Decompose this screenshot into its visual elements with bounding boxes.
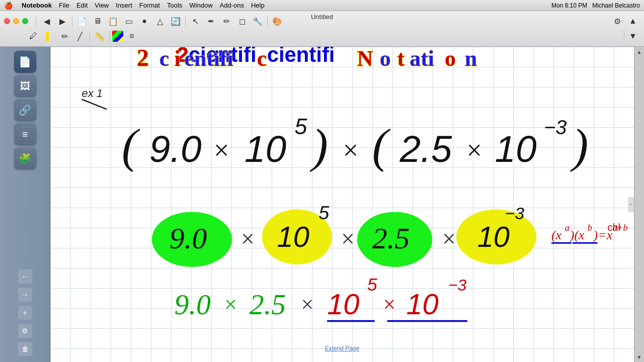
traffic-lights: [4, 18, 28, 24]
sidebar-btn-pages[interactable]: 📄: [14, 51, 36, 73]
pencil-tool[interactable]: ✏: [219, 14, 233, 28]
back-button[interactable]: ◀: [40, 14, 54, 28]
svg-text:(: (: [372, 120, 391, 172]
menubar-tools[interactable]: Tools: [167, 2, 182, 9]
copy-button[interactable]: 📋: [106, 14, 120, 28]
menubar-clock: Mon 8:10 PM: [551, 2, 587, 9]
svg-text:5: 5: [294, 114, 307, 139]
svg-text:): ): [309, 120, 328, 172]
sidebar-settings-btn[interactable]: ⚙: [18, 324, 32, 338]
sidebar-delete-btn[interactable]: 🗑: [18, 342, 32, 356]
menubar-right: Mon 8:10 PM Michael Belcastro: [551, 0, 640, 11]
shape-button[interactable]: △: [153, 14, 167, 28]
marker-tool[interactable]: ✏: [57, 29, 71, 43]
scroll-up[interactable]: ▲: [626, 14, 640, 28]
svg-text:×: ×: [212, 135, 230, 165]
menubar-edit[interactable]: Edit: [76, 2, 88, 9]
apple-icon[interactable]: 🍎: [4, 2, 13, 10]
svg-text:i: i: [175, 47, 181, 70]
scroll-down-arrow[interactable]: ▼: [634, 352, 645, 362]
svg-text:cientifi: cientifi: [267, 47, 335, 66]
forward-button[interactable]: ▶: [55, 14, 69, 28]
svg-text:×: ×: [301, 292, 313, 316]
lines-tool[interactable]: ≡: [125, 29, 139, 43]
line-tool[interactable]: ╱: [73, 29, 87, 43]
minimize-button[interactable]: [13, 18, 19, 24]
svg-text:10: 10: [495, 128, 537, 170]
svg-text:o: o: [380, 47, 391, 70]
menubar-help[interactable]: Help: [251, 2, 265, 9]
svg-text:c: c: [159, 47, 169, 70]
sidebar-forward-btn[interactable]: →: [18, 288, 32, 302]
svg-text:10: 10: [406, 288, 438, 320]
close-button[interactable]: [4, 18, 10, 24]
sidebar-btn-links[interactable]: 🔗: [14, 99, 36, 121]
svg-text:ex 1: ex 1: [82, 87, 102, 100]
svg-text:2: 2: [137, 47, 149, 71]
svg-text:×: ×: [465, 135, 484, 165]
view-button[interactable]: 🖥: [91, 14, 105, 28]
pan-tool[interactable]: 🔧: [251, 14, 265, 28]
sidebar-btn-images[interactable]: 🖼: [14, 75, 36, 97]
svg-text:9.0: 9.0: [175, 289, 211, 320]
svg-text:t: t: [397, 47, 405, 70]
pen-tool[interactable]: ✒: [204, 14, 218, 28]
svg-text:×: ×: [341, 225, 355, 252]
rectangle-button[interactable]: ▭: [122, 14, 136, 28]
sidebar-bottom: ← → + ⚙ 🗑: [18, 269, 32, 362]
extend-page-link[interactable]: Extend Page: [325, 345, 360, 352]
svg-text:ati: ati: [410, 47, 434, 70]
svg-text:−3: −3: [448, 276, 467, 294]
svg-text:(x: (x: [551, 228, 562, 242]
circle-button[interactable]: ●: [137, 14, 151, 28]
menubar-user: Michael Belcastro: [592, 2, 640, 9]
eraser-tool[interactable]: ◻: [235, 14, 249, 28]
window-title: Untitled: [311, 13, 333, 21]
svg-text:×: ×: [224, 292, 237, 316]
cursor-tool[interactable]: ↖: [188, 14, 202, 28]
svg-text:×: ×: [383, 292, 396, 316]
svg-text:2.5: 2.5: [250, 289, 286, 320]
svg-text:2.5: 2.5: [399, 128, 452, 170]
new-page-button[interactable]: 📄: [75, 14, 89, 28]
menubar-format[interactable]: Format: [139, 2, 160, 9]
svg-text:10: 10: [245, 128, 286, 170]
menubar-app[interactable]: Notebook: [22, 2, 52, 9]
menubar-insert[interactable]: Insert: [116, 2, 132, 9]
svg-text:9.0: 9.0: [170, 222, 207, 255]
settings-button[interactable]: ⚙: [610, 14, 624, 28]
pen-tool-2[interactable]: 🖊: [26, 29, 40, 43]
svg-text:)(x: )(x: [569, 228, 585, 242]
ruler-tool[interactable]: 📏: [93, 29, 107, 43]
menubar-file[interactable]: File: [59, 2, 69, 9]
svg-text:×: ×: [341, 135, 360, 165]
menubar: 🍎 Notebook File Edit View Insert Format …: [0, 0, 644, 11]
sidebar-add-btn[interactable]: +: [18, 306, 32, 320]
svg-text:(: (: [122, 120, 140, 172]
svg-text:a: a: [565, 223, 570, 233]
color-picker[interactable]: 🎨: [270, 14, 284, 28]
svg-text:10: 10: [477, 221, 510, 253]
svg-text:×: ×: [442, 225, 456, 252]
sidebar-btn-plugins[interactable]: 🧩: [14, 147, 36, 169]
svg-text:−3: −3: [505, 204, 524, 223]
scroll-up-arrow[interactable]: ▲: [634, 47, 645, 57]
highlight-tool[interactable]: ▌: [42, 29, 56, 43]
sidebar-back-btn[interactable]: ←: [18, 269, 32, 284]
svg-text:10: 10: [327, 288, 359, 320]
menubar-addons[interactable]: Add-ons: [220, 2, 244, 9]
menubar-view[interactable]: View: [95, 2, 109, 9]
svg-text:): ): [570, 120, 588, 172]
notebook-page: 2cientifi 2 cientifi 2 c i entifi c N o …: [50, 47, 634, 362]
svg-text:5: 5: [367, 275, 377, 295]
maximize-button[interactable]: [22, 18, 28, 24]
lasso-button[interactable]: 🔄: [169, 14, 183, 28]
sidebar-btn-text[interactable]: ≡: [14, 123, 36, 145]
scroll-down[interactable]: ▼: [626, 29, 640, 43]
svg-text:o: o: [445, 47, 456, 70]
color-swatch[interactable]: [112, 31, 123, 42]
page-fold-indicator[interactable]: +: [628, 197, 634, 212]
svg-text:9.0: 9.0: [149, 128, 202, 170]
math-content: 2cientifi 2 cientifi 2 c i entifi c N o …: [50, 47, 634, 362]
menubar-window[interactable]: Window: [189, 2, 212, 9]
